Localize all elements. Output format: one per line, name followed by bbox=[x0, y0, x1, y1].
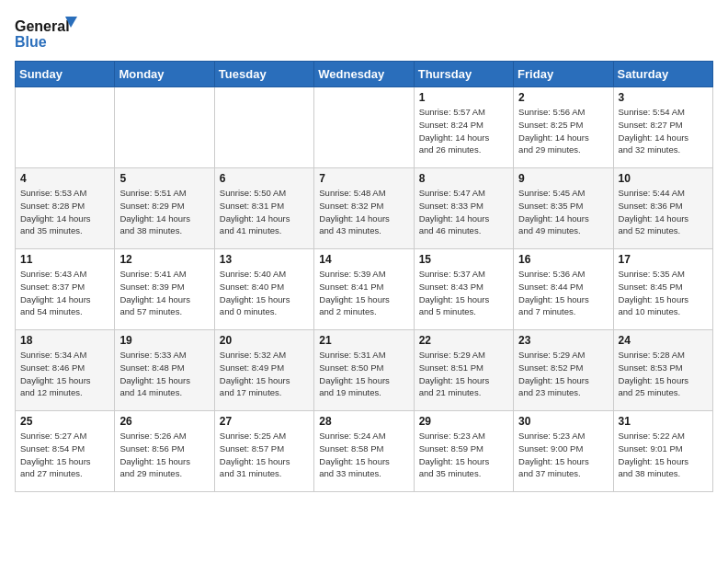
col-header-thursday: Thursday bbox=[414, 62, 513, 87]
day-number: 25 bbox=[20, 415, 109, 428]
day-info: Sunrise: 5:45 AM Sunset: 8:35 PM Dayligh… bbox=[518, 187, 608, 237]
calendar-header-row: SundayMondayTuesdayWednesdayThursdayFrid… bbox=[16, 62, 713, 87]
day-number: 12 bbox=[119, 253, 209, 266]
day-info: Sunrise: 5:51 AM Sunset: 8:29 PM Dayligh… bbox=[119, 187, 209, 237]
day-number: 11 bbox=[20, 253, 109, 266]
day-cell: 23Sunrise: 5:29 AM Sunset: 8:52 PM Dayli… bbox=[514, 330, 613, 411]
day-info: Sunrise: 5:44 AM Sunset: 8:36 PM Dayligh… bbox=[619, 187, 708, 237]
day-number: 6 bbox=[220, 172, 309, 185]
day-info: Sunrise: 5:37 AM Sunset: 8:43 PM Dayligh… bbox=[419, 268, 508, 318]
day-info: Sunrise: 5:22 AM Sunset: 9:01 PM Dayligh… bbox=[619, 430, 708, 480]
day-number: 20 bbox=[220, 334, 309, 347]
day-cell: 19Sunrise: 5:33 AM Sunset: 8:48 PM Dayli… bbox=[115, 330, 214, 411]
day-cell: 9Sunrise: 5:45 AM Sunset: 8:35 PM Daylig… bbox=[514, 168, 613, 249]
col-header-saturday: Saturday bbox=[613, 62, 712, 87]
day-cell: 30Sunrise: 5:23 AM Sunset: 9:00 PM Dayli… bbox=[514, 411, 613, 492]
day-cell: 22Sunrise: 5:29 AM Sunset: 8:51 PM Dayli… bbox=[414, 330, 513, 411]
day-cell: 27Sunrise: 5:25 AM Sunset: 8:57 PM Dayli… bbox=[214, 411, 313, 492]
day-info: Sunrise: 5:31 AM Sunset: 8:50 PM Dayligh… bbox=[319, 349, 408, 399]
day-cell: 5Sunrise: 5:51 AM Sunset: 8:29 PM Daylig… bbox=[115, 168, 214, 249]
day-number: 8 bbox=[419, 172, 508, 185]
day-info: Sunrise: 5:43 AM Sunset: 8:37 PM Dayligh… bbox=[20, 268, 109, 318]
day-cell: 31Sunrise: 5:22 AM Sunset: 9:01 PM Dayli… bbox=[613, 411, 712, 492]
day-info: Sunrise: 5:24 AM Sunset: 8:58 PM Dayligh… bbox=[319, 430, 408, 480]
day-info: Sunrise: 5:25 AM Sunset: 8:57 PM Dayligh… bbox=[220, 430, 309, 480]
day-info: Sunrise: 5:29 AM Sunset: 8:51 PM Dayligh… bbox=[419, 349, 508, 399]
day-cell: 14Sunrise: 5:39 AM Sunset: 8:41 PM Dayli… bbox=[314, 249, 414, 330]
day-info: Sunrise: 5:27 AM Sunset: 8:54 PM Dayligh… bbox=[20, 430, 109, 480]
day-info: Sunrise: 5:28 AM Sunset: 8:53 PM Dayligh… bbox=[619, 349, 708, 399]
day-cell: 10Sunrise: 5:44 AM Sunset: 8:36 PM Dayli… bbox=[613, 168, 712, 249]
week-row-4: 25Sunrise: 5:27 AM Sunset: 8:54 PM Dayli… bbox=[16, 411, 713, 492]
day-info: Sunrise: 5:50 AM Sunset: 8:31 PM Dayligh… bbox=[220, 187, 309, 237]
day-number: 7 bbox=[319, 172, 408, 185]
week-row-2: 11Sunrise: 5:43 AM Sunset: 8:37 PM Dayli… bbox=[16, 249, 713, 330]
day-info: Sunrise: 5:23 AM Sunset: 8:59 PM Dayligh… bbox=[419, 430, 508, 480]
day-number: 26 bbox=[119, 415, 209, 428]
day-cell: 1Sunrise: 5:57 AM Sunset: 8:24 PM Daylig… bbox=[414, 87, 513, 168]
day-cell: 15Sunrise: 5:37 AM Sunset: 8:43 PM Dayli… bbox=[414, 249, 513, 330]
day-cell: 11Sunrise: 5:43 AM Sunset: 8:37 PM Dayli… bbox=[16, 249, 115, 330]
day-cell bbox=[214, 87, 313, 168]
day-cell: 12Sunrise: 5:41 AM Sunset: 8:39 PM Dayli… bbox=[115, 249, 214, 330]
day-number: 31 bbox=[619, 415, 708, 428]
day-number: 24 bbox=[619, 334, 708, 347]
day-cell: 4Sunrise: 5:53 AM Sunset: 8:28 PM Daylig… bbox=[16, 168, 115, 249]
day-info: Sunrise: 5:39 AM Sunset: 8:41 PM Dayligh… bbox=[319, 268, 408, 318]
day-number: 10 bbox=[619, 172, 708, 185]
day-info: Sunrise: 5:32 AM Sunset: 8:49 PM Dayligh… bbox=[220, 349, 309, 399]
day-cell: 29Sunrise: 5:23 AM Sunset: 8:59 PM Dayli… bbox=[414, 411, 513, 492]
day-cell: 28Sunrise: 5:24 AM Sunset: 8:58 PM Dayli… bbox=[314, 411, 414, 492]
col-header-tuesday: Tuesday bbox=[214, 62, 313, 87]
svg-text:Blue: Blue bbox=[15, 34, 47, 50]
col-header-sunday: Sunday bbox=[16, 62, 115, 87]
day-cell: 3Sunrise: 5:54 AM Sunset: 8:27 PM Daylig… bbox=[613, 87, 712, 168]
logo: GeneralBlue bbox=[15, 15, 79, 50]
day-cell: 21Sunrise: 5:31 AM Sunset: 8:50 PM Dayli… bbox=[314, 330, 414, 411]
day-info: Sunrise: 5:26 AM Sunset: 8:56 PM Dayligh… bbox=[119, 430, 209, 480]
calendar-table: SundayMondayTuesdayWednesdayThursdayFrid… bbox=[15, 61, 713, 492]
day-cell bbox=[314, 87, 414, 168]
day-number: 23 bbox=[518, 334, 608, 347]
day-number: 1 bbox=[419, 91, 508, 104]
day-cell: 2Sunrise: 5:56 AM Sunset: 8:25 PM Daylig… bbox=[514, 87, 613, 168]
day-number: 22 bbox=[419, 334, 508, 347]
day-number: 28 bbox=[319, 415, 408, 428]
day-cell: 13Sunrise: 5:40 AM Sunset: 8:40 PM Dayli… bbox=[214, 249, 313, 330]
day-info: Sunrise: 5:35 AM Sunset: 8:45 PM Dayligh… bbox=[619, 268, 708, 318]
day-number: 16 bbox=[518, 253, 608, 266]
day-cell: 20Sunrise: 5:32 AM Sunset: 8:49 PM Dayli… bbox=[214, 330, 313, 411]
day-info: Sunrise: 5:33 AM Sunset: 8:48 PM Dayligh… bbox=[119, 349, 209, 399]
day-number: 5 bbox=[119, 172, 209, 185]
week-row-1: 4Sunrise: 5:53 AM Sunset: 8:28 PM Daylig… bbox=[16, 168, 713, 249]
col-header-monday: Monday bbox=[115, 62, 214, 87]
svg-text:General: General bbox=[15, 18, 70, 34]
logo-svg: GeneralBlue bbox=[15, 15, 79, 50]
day-number: 19 bbox=[119, 334, 209, 347]
day-number: 4 bbox=[20, 172, 109, 185]
page-header: GeneralBlue bbox=[15, 15, 713, 50]
day-info: Sunrise: 5:41 AM Sunset: 8:39 PM Dayligh… bbox=[119, 268, 209, 318]
day-number: 15 bbox=[419, 253, 508, 266]
day-number: 30 bbox=[518, 415, 608, 428]
day-info: Sunrise: 5:56 AM Sunset: 8:25 PM Dayligh… bbox=[518, 106, 608, 156]
day-cell: 26Sunrise: 5:26 AM Sunset: 8:56 PM Dayli… bbox=[115, 411, 214, 492]
day-cell: 7Sunrise: 5:48 AM Sunset: 8:32 PM Daylig… bbox=[314, 168, 414, 249]
day-cell: 24Sunrise: 5:28 AM Sunset: 8:53 PM Dayli… bbox=[613, 330, 712, 411]
day-number: 3 bbox=[619, 91, 708, 104]
day-number: 29 bbox=[419, 415, 508, 428]
day-info: Sunrise: 5:36 AM Sunset: 8:44 PM Dayligh… bbox=[518, 268, 608, 318]
day-number: 9 bbox=[518, 172, 608, 185]
day-info: Sunrise: 5:53 AM Sunset: 8:28 PM Dayligh… bbox=[20, 187, 109, 237]
day-info: Sunrise: 5:48 AM Sunset: 8:32 PM Dayligh… bbox=[319, 187, 408, 237]
day-info: Sunrise: 5:40 AM Sunset: 8:40 PM Dayligh… bbox=[220, 268, 309, 318]
day-cell bbox=[16, 87, 115, 168]
day-cell: 8Sunrise: 5:47 AM Sunset: 8:33 PM Daylig… bbox=[414, 168, 513, 249]
day-cell: 6Sunrise: 5:50 AM Sunset: 8:31 PM Daylig… bbox=[214, 168, 313, 249]
day-cell: 16Sunrise: 5:36 AM Sunset: 8:44 PM Dayli… bbox=[514, 249, 613, 330]
day-info: Sunrise: 5:57 AM Sunset: 8:24 PM Dayligh… bbox=[419, 106, 508, 156]
week-row-0: 1Sunrise: 5:57 AM Sunset: 8:24 PM Daylig… bbox=[16, 87, 713, 168]
day-info: Sunrise: 5:34 AM Sunset: 8:46 PM Dayligh… bbox=[20, 349, 109, 399]
day-number: 13 bbox=[220, 253, 309, 266]
day-cell bbox=[115, 87, 214, 168]
